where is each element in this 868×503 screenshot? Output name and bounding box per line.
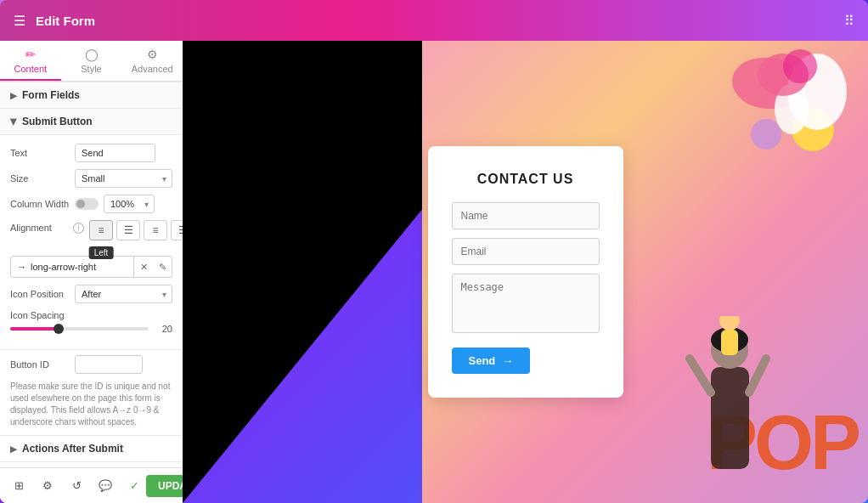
svg-rect-6 xyxy=(711,367,749,469)
sidebar: ✏ Content ◯ Style ⚙ Advanced ▶ xyxy=(0,41,183,503)
preview-message-textarea[interactable] xyxy=(452,274,600,333)
icon-spacing-row: Icon Spacing 20 xyxy=(10,310,172,334)
text-input[interactable] xyxy=(75,144,155,162)
submit-button-label: Submit Button xyxy=(22,116,93,127)
align-right-btn[interactable]: ≡ xyxy=(144,220,167,240)
page-title: Edit Form xyxy=(36,14,95,28)
icon-spacing-value: 20 xyxy=(155,324,172,334)
actions-after-submit-section: ▶ Actions After Submit xyxy=(0,436,183,462)
advanced-tab-icon: ⚙ xyxy=(147,48,158,61)
text-field-row: Text xyxy=(10,144,172,162)
update-label: UPDATE xyxy=(158,480,183,492)
unicorn-figure-svg xyxy=(707,41,860,253)
icon-position-select-wrapper: After Before xyxy=(75,285,172,303)
submit-arrow: ▶ xyxy=(9,118,19,125)
icon-name-text: long-arrow-right xyxy=(31,262,96,272)
alignment-buttons: ≡ Left ☰ ≡ xyxy=(89,220,183,240)
alignment-info-icon[interactable]: i xyxy=(73,223,84,234)
toolbar-undo-btn[interactable]: ↺ xyxy=(65,474,88,498)
person-figure-svg xyxy=(681,316,783,503)
form-fields-label: Form Fields xyxy=(22,89,80,101)
toolbar-check-btn[interactable]: ✓ xyxy=(122,474,146,498)
update-button[interactable]: UPDATE ▾ xyxy=(146,475,183,497)
preview-submit-btn[interactable]: Send → xyxy=(452,348,531,374)
toolbar-settings-btn[interactable]: ⚙ xyxy=(36,474,59,498)
column-width-row: Column Width 100% 75% 50% xyxy=(10,195,172,213)
icon-spacing-slider[interactable] xyxy=(10,327,149,331)
svg-rect-12 xyxy=(721,330,738,355)
content-tab-icon: ✏ xyxy=(25,48,36,61)
main-content: ✏ Content ◯ Style ⚙ Advanced ▶ xyxy=(0,41,868,503)
form-title: CONTACT US xyxy=(452,172,600,187)
sidebar-body: ▶ Form Fields ▶ Submit Button Text xyxy=(0,82,183,467)
icon-spacing-label: Icon Spacing xyxy=(10,310,70,320)
alignment-label: Alignment xyxy=(10,223,70,233)
align-center-btn[interactable]: ☰ xyxy=(116,220,140,240)
size-select[interactable]: Small Medium Large xyxy=(75,169,172,188)
icon-edit-btn[interactable]: ✎ xyxy=(153,257,172,277)
align-left-wrapper: ≡ Left xyxy=(89,220,113,240)
icon-position-select[interactable]: After Before xyxy=(75,285,172,303)
preview-name-input[interactable] xyxy=(452,202,600,229)
button-id-help: Please make sure the ID is unique and no… xyxy=(10,381,172,428)
tab-style-label: Style xyxy=(81,64,101,74)
submit-button-body: Text Size Small Medium Large xyxy=(0,135,183,350)
align-left-icon: ≡ xyxy=(98,224,104,236)
submit-arrow-icon: → xyxy=(502,354,513,367)
icon-selector-label: → long-arrow-right xyxy=(11,258,133,275)
slider-fill xyxy=(10,327,59,331)
icon-position-row: Icon Position After Before xyxy=(10,285,172,303)
arrow-icon: → xyxy=(17,262,26,272)
style-tab-icon: ◯ xyxy=(85,48,99,61)
submit-label: Send xyxy=(469,354,496,367)
tab-content[interactable]: ✏ Content xyxy=(0,41,61,81)
align-center-icon: ☰ xyxy=(124,224,133,236)
icon-position-label: Icon Position xyxy=(10,289,70,299)
tab-style[interactable]: ◯ Style xyxy=(61,41,122,81)
icon-remove-btn[interactable]: ✕ xyxy=(134,257,153,277)
icon-spacing-slider-row: 20 xyxy=(10,324,172,334)
column-width-toggle[interactable] xyxy=(75,198,99,210)
align-justify-btn[interactable]: ☰ xyxy=(171,220,183,240)
alignment-row: Alignment i ≡ Left xyxy=(10,220,172,240)
sidebar-tabs: ✏ Content ◯ Style ⚙ Advanced xyxy=(0,41,183,82)
actions-label: Actions After Submit xyxy=(22,443,123,455)
align-left-btn[interactable]: ≡ xyxy=(89,220,113,240)
column-width-select[interactable]: 100% 75% 50% 25% xyxy=(104,195,155,213)
actions-arrow: ▶ xyxy=(10,444,17,454)
form-fields-arrow: ▶ xyxy=(10,91,17,100)
column-width-select-wrapper: 100% 75% 50% 25% xyxy=(104,195,155,213)
form-fields-header[interactable]: ▶ Form Fields xyxy=(0,82,183,109)
svg-point-4 xyxy=(783,49,817,83)
align-right-icon: ≡ xyxy=(152,224,158,236)
grid-icon[interactable]: ⠿ xyxy=(844,13,854,29)
svg-line-9 xyxy=(690,359,711,393)
preview-area: POP xyxy=(183,41,868,503)
button-id-row: Button ID xyxy=(10,355,172,374)
button-id-input[interactable] xyxy=(75,355,143,374)
toolbar-left: ⊞ ⚙ ↺ 💬 ✓ xyxy=(7,474,146,498)
tab-advanced-label: Advanced xyxy=(132,64,173,74)
hamburger-icon[interactable]: ☰ xyxy=(14,13,25,29)
toggle-knob xyxy=(76,200,85,208)
text-label: Text xyxy=(10,148,70,158)
submit-button-header[interactable]: ▶ Submit Button xyxy=(0,109,183,135)
align-tooltip: Left xyxy=(89,246,114,259)
icon-selector-actions: ✕ ✎ xyxy=(133,257,172,277)
toolbar-chat-btn[interactable]: 💬 xyxy=(93,474,117,498)
slider-thumb[interactable] xyxy=(54,324,64,334)
button-id-section: Button ID Please make sure the ID is uni… xyxy=(0,350,183,436)
preview-email-input[interactable] xyxy=(452,238,600,265)
column-width-label: Column Width xyxy=(10,199,70,209)
toolbar-grid-btn[interactable]: ⊞ xyxy=(7,474,31,498)
button-id-label: Button ID xyxy=(10,359,70,370)
bottom-toolbar: ⊞ ⚙ ↺ 💬 ✓ UPDATE ▾ xyxy=(0,467,183,503)
size-field-row: Size Small Medium Large xyxy=(10,169,172,188)
size-label: Size xyxy=(10,173,70,184)
tab-content-label: Content xyxy=(14,64,48,74)
update-btn-wrapper: UPDATE ▾ xyxy=(146,475,183,497)
form-fields-section: ▶ Form Fields xyxy=(0,82,183,109)
actions-after-submit-header[interactable]: ▶ Actions After Submit xyxy=(0,436,183,461)
svg-line-10 xyxy=(749,359,766,393)
tab-advanced[interactable]: ⚙ Advanced xyxy=(121,41,183,81)
